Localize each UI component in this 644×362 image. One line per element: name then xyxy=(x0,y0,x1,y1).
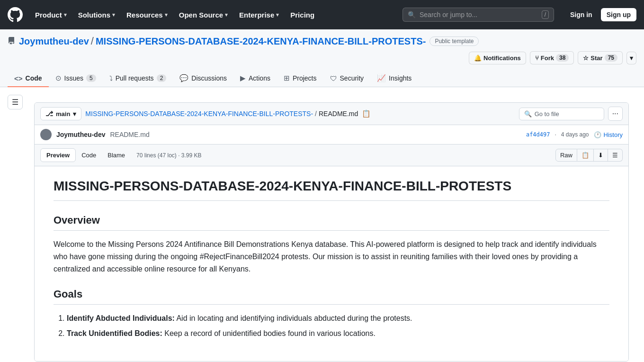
open-source-chevron-icon: ▾ xyxy=(225,12,228,18)
toc-button[interactable]: ☰ xyxy=(608,149,623,162)
repo-separator: / xyxy=(91,35,94,47)
raw-button[interactable]: Raw xyxy=(555,149,577,162)
projects-icon: ⊞ xyxy=(284,74,290,82)
nav-pricing[interactable]: Pricing xyxy=(286,7,319,23)
issues-count: 5 xyxy=(86,74,96,82)
notifications-button[interactable]: 🔔 Notifications xyxy=(469,52,526,64)
search-box[interactable]: 🔍 / xyxy=(402,8,554,22)
branch-chevron-icon: ▾ xyxy=(73,110,76,118)
tab-projects[interactable]: ⊞ Projects xyxy=(277,70,323,87)
file-tab-blame[interactable]: Blame xyxy=(102,149,131,162)
sidebar-toggle-icon: ☰ xyxy=(12,98,18,106)
history-icon: 🕐 xyxy=(594,131,601,138)
goals-heading: Goals xyxy=(54,288,609,305)
nav-solutions[interactable]: Solutions ▾ xyxy=(73,7,120,23)
fork-button[interactable]: ⑂ Fork 38 xyxy=(530,51,574,64)
file-path-row: ⎇ main ▾ MISSING-PERSONS-DATABASE-2024-K… xyxy=(35,103,628,125)
actions-icon: ▶ xyxy=(240,74,246,82)
file-more-options-button[interactable]: ··· xyxy=(608,107,623,121)
nav-product[interactable]: Product ▾ xyxy=(30,7,72,23)
navbar-auth: Sign in Sign up xyxy=(565,8,636,21)
breadcrumb-repo-link[interactable]: MISSING-PERSONS-DATABASE-2024-KENYA-FINA… xyxy=(85,110,313,118)
nav-open-source[interactable]: Open Source ▾ xyxy=(174,7,233,23)
search-input[interactable] xyxy=(420,11,538,18)
avatar xyxy=(40,129,52,140)
file-breadcrumb-path: MISSING-PERSONS-DATABASE-2024-KENYA-FINA… xyxy=(85,109,515,119)
copy-icon: 📋 xyxy=(581,152,589,159)
commit-row: Joymutheu-dev README.md af4d497 · 4 days… xyxy=(35,125,628,145)
star-icon: ☆ xyxy=(583,54,589,62)
bell-icon: 🔔 xyxy=(474,54,482,62)
overview-heading: Overview xyxy=(54,214,609,231)
tab-insights[interactable]: 📈 Insights xyxy=(370,70,418,87)
goals-list: Identify Abducted Individuals: Aid in lo… xyxy=(54,312,609,339)
nav-resources[interactable]: Resources ▾ xyxy=(122,7,172,23)
issues-icon: ⊙ xyxy=(55,74,62,82)
repo-actions: 🔔 Notifications ⑂ Fork 38 ☆ Star 75 ▾ xyxy=(469,51,636,64)
repo-title-row: Joymutheu-dev / MISSING-PERSONS-DATABASE… xyxy=(8,35,636,64)
commit-time: 4 days ago xyxy=(561,131,589,138)
svg-point-0 xyxy=(44,130,48,135)
goal-1-label: Identify Abducted Individuals: xyxy=(67,314,175,322)
repo-name[interactable]: MISSING-PERSONS-DATABASE-2024-KENYA-FINA… xyxy=(96,36,426,47)
readme-title: MISSING-PERSONS-DATABASE-2024-KENYA-FINA… xyxy=(54,178,609,201)
repo-icon xyxy=(8,37,15,46)
tab-pull-requests[interactable]: ⤵ Pull requests 2 xyxy=(103,71,173,87)
overview-text: Welcome to the Missing Persons 2024 Anti… xyxy=(54,238,609,275)
tab-security[interactable]: 🛡 Security xyxy=(323,71,371,87)
signup-button[interactable]: Sign up xyxy=(601,8,636,21)
search-shortcut: / xyxy=(542,10,549,19)
goal-2-label: Track Unidentified Bodies: xyxy=(67,329,162,337)
tab-actions[interactable]: ▶ Actions xyxy=(233,70,277,87)
commit-author[interactable]: Joymutheu-dev xyxy=(56,131,105,138)
go-to-file-label: Go to file xyxy=(535,110,559,118)
file-tab-code[interactable]: Code xyxy=(76,149,102,162)
readme-content: MISSING-PERSONS-DATABASE-2024-KENYA-FINA… xyxy=(35,166,628,361)
repo-owner[interactable]: Joymutheu-dev xyxy=(19,36,89,47)
history-button[interactable]: 🕐 History xyxy=(594,131,623,138)
tab-discussions[interactable]: 💬 Discussions xyxy=(173,70,233,87)
copy-raw-button[interactable]: 📋 xyxy=(577,149,594,162)
file-tab-preview[interactable]: Preview xyxy=(40,148,76,162)
breadcrumb: Joymutheu-dev / MISSING-PERSONS-DATABASE… xyxy=(19,35,426,47)
commit-hash[interactable]: af4d497 xyxy=(526,131,550,138)
star-button[interactable]: ☆ Star 75 xyxy=(578,51,623,64)
branch-icon: ⎇ xyxy=(45,110,53,118)
resources-chevron-icon: ▾ xyxy=(165,12,168,18)
breadcrumb-filename: README.md xyxy=(319,110,358,118)
star-count: 75 xyxy=(605,54,617,62)
commit-filename: README.md xyxy=(110,131,149,138)
navbar-links: Product ▾ Solutions ▾ Resources ▾ Open S… xyxy=(30,7,319,23)
breadcrumb-sep: / xyxy=(315,110,317,118)
visibility-badge: Public template xyxy=(429,36,479,46)
download-button[interactable]: ⬇ xyxy=(594,149,608,162)
list-item: Track Unidentified Bodies: Keep a record… xyxy=(67,327,609,340)
file-browser-container: ⎇ main ▾ MISSING-PERSONS-DATABASE-2024-K… xyxy=(27,95,636,362)
more-options-button[interactable]: ▾ xyxy=(626,52,636,64)
code-icon: <> xyxy=(14,74,23,82)
file-browser: ⎇ main ▾ MISSING-PERSONS-DATABASE-2024-K… xyxy=(34,102,629,362)
tab-issues[interactable]: ⊙ Issues 5 xyxy=(49,70,103,87)
fork-count: 38 xyxy=(556,54,569,62)
download-icon: ⬇ xyxy=(598,152,603,159)
list-item: Identify Abducted Individuals: Aid in lo… xyxy=(67,312,609,325)
navbar-search: 🔍 / xyxy=(402,8,554,22)
navbar: Product ▾ Solutions ▾ Resources ▾ Open S… xyxy=(0,0,644,29)
discussions-icon: 💬 xyxy=(179,74,188,82)
file-actions: Raw 📋 ⬇ ☰ xyxy=(555,149,623,162)
product-chevron-icon: ▾ xyxy=(64,12,67,18)
go-to-file-input[interactable]: 🔍 Go to file xyxy=(519,108,604,120)
signin-button[interactable]: Sign in xyxy=(565,8,597,21)
copy-path-button[interactable]: 📋 xyxy=(360,109,373,119)
branch-selector[interactable]: ⎇ main ▾ xyxy=(40,107,81,120)
branch-name: main xyxy=(56,110,70,118)
nav-enterprise[interactable]: Enterprise ▾ xyxy=(234,7,284,23)
solutions-chevron-icon: ▾ xyxy=(112,12,115,18)
tab-code[interactable]: <> Code xyxy=(8,71,49,87)
goal-1-text: Aid in locating and identifying individu… xyxy=(175,314,412,322)
toc-icon: ☰ xyxy=(612,152,618,159)
goal-2-text: Keep a record of unidentified bodies fou… xyxy=(162,329,376,337)
repo-tabs: <> Code ⊙ Issues 5 ⤵ Pull requests 2 💬 D… xyxy=(8,70,636,87)
toggle-sidebar-button[interactable]: ☰ xyxy=(8,95,23,109)
github-logo[interactable] xyxy=(8,7,23,22)
